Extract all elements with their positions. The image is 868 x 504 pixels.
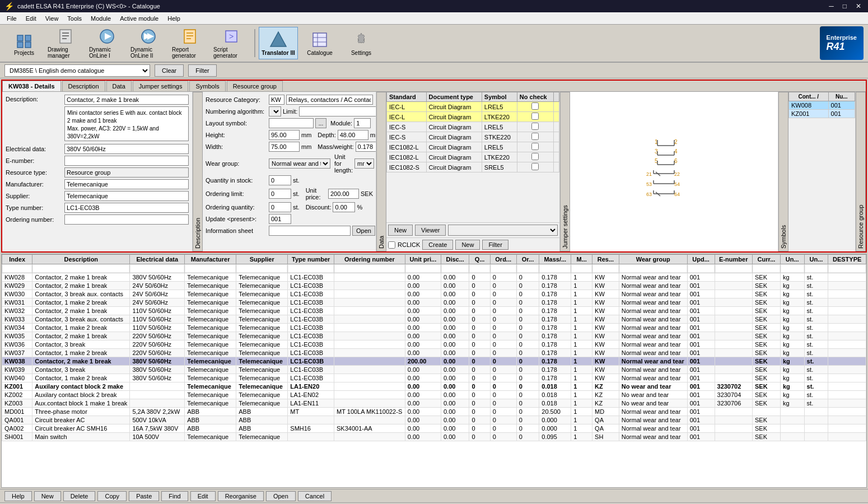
open-button[interactable]: Open: [352, 226, 375, 236]
cat-filter-20[interactable]: [804, 264, 828, 273]
table-row[interactable]: KZ001Auxilary contact block 2 makeTeleme…: [2, 382, 866, 391]
cat-filter-18[interactable]: [753, 264, 781, 273]
table-row[interactable]: KW035Contactor, 2 make 1 break220V 50/60…: [2, 332, 866, 340]
enum-input[interactable]: [64, 156, 189, 166]
restype-input[interactable]: [64, 167, 189, 178]
sym-cell-nocheck[interactable]: [517, 102, 553, 112]
toolbar-catalogue[interactable]: Catalogue: [300, 27, 339, 59]
clear-button[interactable]: Clear: [155, 64, 184, 77]
cat-col-description[interactable]: Description: [32, 255, 130, 264]
menu-active-module[interactable]: Active module: [115, 14, 163, 23]
menu-edit[interactable]: Edit: [21, 14, 41, 23]
cat-filter-input-4[interactable]: [237, 265, 287, 272]
layout-input[interactable]: [269, 118, 314, 128]
cat-filter-6[interactable]: [334, 264, 405, 273]
cat-filter-21[interactable]: [828, 264, 866, 273]
sym-new-button[interactable]: New: [388, 225, 413, 236]
tab-details[interactable]: KW038 - Details: [2, 81, 61, 91]
close-button[interactable]: ✕: [853, 2, 864, 10]
rclick-checkbox[interactable]: [388, 241, 395, 249]
res-cat-desc-input[interactable]: [286, 95, 373, 105]
btn-help[interactable]: Help: [4, 491, 32, 501]
side-label-data[interactable]: Data: [376, 92, 386, 251]
cat-col-destype[interactable]: DESTYPE: [828, 255, 866, 264]
table-row[interactable]: KW039Contactor, 3 break380V 50/60HzTelem…: [2, 366, 866, 374]
cat-filter-15[interactable]: [619, 264, 687, 273]
cat-filter-input-17[interactable]: [716, 265, 752, 272]
cat-filter-2[interactable]: [130, 264, 185, 273]
num-alg-select[interactable]: [269, 106, 281, 116]
cat-filter-input-11[interactable]: [517, 265, 539, 272]
unit-price-input[interactable]: [328, 189, 359, 199]
side-label-symbols[interactable]: Symbols: [778, 92, 788, 251]
cat-filter-9[interactable]: [469, 264, 490, 273]
cat-filter-10[interactable]: [490, 264, 516, 273]
cat-filter-4[interactable]: [236, 264, 288, 273]
sym-cell-nocheck[interactable]: [517, 152, 553, 162]
table-row[interactable]: MD001Three-phase motor5,2A 380V 2,2kWABB…: [2, 408, 866, 416]
sup-input[interactable]: [64, 191, 189, 201]
sym-cell-nocheck[interactable]: [517, 142, 553, 152]
table-row[interactable]: KW034Contactor, 1 make 2 break110V 50/60…: [2, 324, 866, 332]
elec-input[interactable]: [64, 144, 189, 154]
toolbar-dynamic-online-1[interactable]: Dynamic OnLine I: [87, 27, 127, 59]
menu-file[interactable]: File: [2, 14, 21, 23]
side-label-description[interactable]: Description: [193, 92, 203, 251]
module-input[interactable]: [354, 118, 371, 128]
btn-edit[interactable]: Edit: [190, 491, 216, 501]
depth-input[interactable]: [338, 130, 368, 140]
sym-cell-nocheck[interactable]: [517, 122, 553, 132]
toolbar-settings[interactable]: Settings: [342, 27, 381, 59]
cat-filter-input-1[interactable]: [33, 265, 129, 272]
tab-jumper-settings[interactable]: Jumper settings: [133, 81, 189, 91]
sym-dropdown[interactable]: [448, 225, 558, 236]
cat-filter-input-8[interactable]: [442, 265, 468, 272]
limit-input[interactable]: [299, 106, 376, 116]
menu-module[interactable]: Module: [86, 14, 115, 23]
table-row[interactable]: KW031Contactor, 1 make 2 break24V 50/60H…: [2, 298, 866, 307]
cat-col-res[interactable]: Res...: [592, 255, 619, 264]
table-row[interactable]: KW037Contactor, 1 make 2 break220V 50/60…: [2, 349, 866, 357]
cat-filter-1[interactable]: [32, 264, 130, 273]
cat-filter-13[interactable]: [571, 264, 592, 273]
btn-find[interactable]: Find: [161, 491, 188, 501]
type-input[interactable]: [64, 203, 189, 213]
cat-filter-12[interactable]: [539, 264, 571, 273]
cat-col-electricaldata[interactable]: Electrical data: [130, 255, 185, 264]
info-sheet-input[interactable]: [269, 226, 351, 236]
cat-col-ord[interactable]: Ord...: [490, 255, 516, 264]
cat-col-manufacturer[interactable]: Manufacturer: [185, 255, 236, 264]
btn-delete[interactable]: Delete: [63, 491, 96, 501]
tab-symbols[interactable]: Symbols: [189, 81, 225, 91]
cat-filter-input-7[interactable]: [406, 265, 440, 272]
tab-resource-group[interactable]: Resource group: [227, 81, 283, 91]
cont-cell-cont[interactable]: KW008: [789, 101, 829, 110]
sym-cell-nocheck[interactable]: [517, 132, 553, 142]
cat-filter-8[interactable]: [441, 264, 469, 273]
toolbar-report-generator[interactable]: Report generator: [170, 27, 209, 59]
path-combo[interactable]: DM385E \ English demo catalogue: [4, 64, 150, 77]
cat-filter-input-3[interactable]: [185, 265, 235, 272]
cont-cell-cont[interactable]: KZ001: [789, 110, 829, 118]
btn-new[interactable]: New: [34, 491, 61, 501]
sym-filter-button[interactable]: Filter: [482, 240, 508, 250]
cat-filter-input-21[interactable]: [829, 265, 865, 272]
table-row[interactable]: KW032Contactor, 2 make 1 break110V 50/60…: [2, 307, 866, 315]
cat-filter-14[interactable]: [592, 264, 619, 273]
table-row[interactable]: QA001Circuit breaker AC500V 10kVAABBABB0…: [2, 416, 866, 424]
cat-filter-input-0[interactable]: [3, 265, 31, 272]
cat-filter-input-12[interactable]: [540, 265, 570, 272]
btn-cancel[interactable]: Cancel: [298, 491, 332, 501]
cat-filter-input-20[interactable]: [805, 265, 828, 272]
qty-input[interactable]: [269, 175, 291, 185]
cat-col-disc[interactable]: Disc...: [441, 255, 469, 264]
cat-col-mass[interactable]: Mass/...: [539, 255, 571, 264]
cat-filter-19[interactable]: [780, 264, 804, 273]
cat-filter-input-14[interactable]: [593, 265, 618, 272]
side-label-resource-group[interactable]: Resource group: [856, 92, 866, 251]
table-row[interactable]: KW038Contactor, 2 make 1 break380V 50/60…: [2, 357, 866, 366]
table-row[interactable]: KZ003Aux.contact block 1 make 1 breakTel…: [2, 399, 866, 408]
create-button[interactable]: Create: [422, 240, 453, 250]
cat-filter-5[interactable]: [288, 264, 334, 273]
btn-copy[interactable]: Copy: [97, 491, 127, 501]
